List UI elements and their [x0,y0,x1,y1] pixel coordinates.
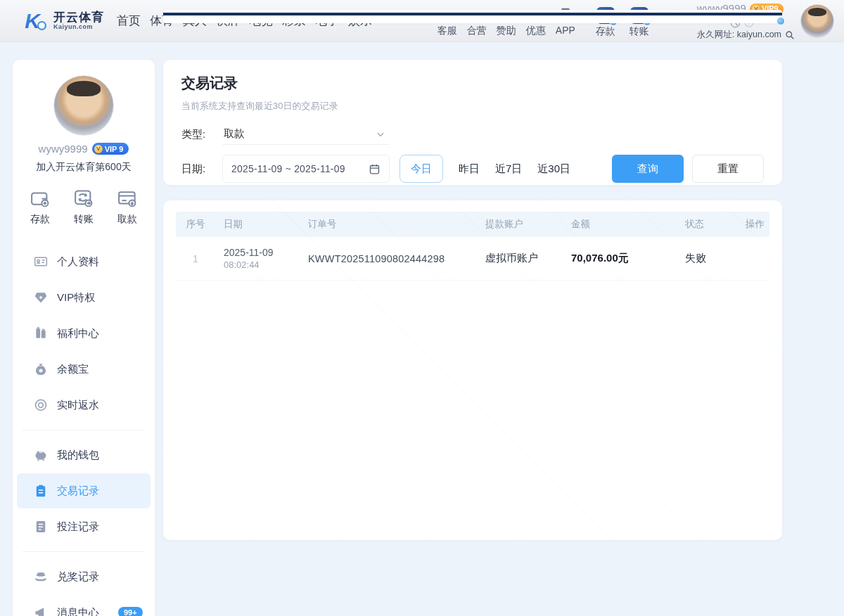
type-value: 取款 [224,127,245,141]
records-table-card: 序号 日期 订单号 提款账户 金额 状态 操作 1 2025-11-09 08:… [163,200,782,540]
welfare-gift-icon [34,326,48,340]
sidebar-quick-actions: 存款 转账 取款 [13,188,155,226]
sidebar-item-bets[interactable]: 投注记录 [13,509,155,544]
range-today-button[interactable]: 今日 [399,155,443,183]
sidebar-item-yuebao[interactable]: 余额宝 [13,352,155,387]
type-select[interactable]: 取款 [222,124,390,145]
col-order-no: 订单号 [300,218,477,231]
table-row[interactable]: 1 2025-11-09 08:02:44 KWWT20251109080244… [176,237,769,281]
message-count-badge: 99+ [118,607,143,616]
transfer-outline-icon [73,188,94,209]
join-days-text: 加入开云体育第600天 [13,161,155,174]
rebate-target-icon [34,398,48,412]
col-action: 操作 [737,218,769,231]
page-title: 交易记录 [181,74,764,93]
cell-order-no: KWWT202511090802444298 [300,253,477,264]
magnifier-icon[interactable] [785,30,795,40]
type-label: 类型: [181,128,222,141]
menu-divider [23,430,145,430]
id-card-icon [34,255,48,269]
cell-amount: 70,076.00元 [563,252,677,265]
withdraw-button[interactable]: 取款 [658,7,689,38]
nav-item-home[interactable]: 首页 [117,13,141,29]
filters-card: 交易记录 当前系统支持查询最近30日的交易记录 类型: 取款 日期: 2025-… [163,60,782,185]
cell-date: 2025-11-09 08:02:44 [215,247,300,270]
range-30days-button[interactable]: 近30日 [537,162,570,176]
date-range-input[interactable]: 2025-11-09 ~ 2025-11-09 [222,155,390,183]
calendar-icon [369,163,381,175]
soccer-ball-icon [37,21,46,30]
sidebar-item-vip[interactable]: VIP特权 [13,280,155,315]
money-bag-icon [34,362,48,376]
page-subtitle: 当前系统支持查询最近30日的交易记录 [181,100,764,113]
range-7days-button[interactable]: 近7日 [495,162,522,176]
sidebar-item-welfare[interactable]: 福利中心 [13,316,155,351]
sidebar-item-messages[interactable]: 消息中心 99+ [13,595,155,616]
date-range-value: 2025-11-09 ~ 2025-11-09 [231,163,345,174]
col-status: 状态 [677,218,737,231]
sidebar-avatar[interactable] [53,75,114,136]
vip-badge-sidebar: V VIP 9 [92,143,129,155]
reset-button[interactable]: 重置 [692,155,764,183]
brand-logo[interactable]: K 开云体育 Kaiyun.com [17,8,104,34]
sidebar-item-transactions[interactable]: 交易记录 [17,473,151,508]
sidebar-item-rebate[interactable]: 实时返水 [13,387,155,423]
cell-index: 1 [176,253,215,264]
table-header: 序号 日期 订单号 提款账户 金额 状态 操作 [176,212,769,237]
menu-divider [23,551,145,552]
top-bar: K 开云体育 Kaiyun.com 首页 体育 真人 棋牌 电竞 彩票 电子 娱… [0,0,844,42]
cell-status: 失败 [677,252,737,265]
megaphone-icon [34,605,48,616]
col-amount: 金额 [563,218,677,231]
withdraw-icon [163,10,782,23]
col-account: 提款账户 [477,218,563,231]
sidebar-item-profile[interactable]: 个人资料 [13,244,155,279]
brand-name: 开云体育 [53,11,104,24]
chevron-down-icon [376,129,385,139]
wallet-shortcuts: 存款 转账 取款 [590,7,689,38]
piggy-bank-icon [34,448,48,462]
wallet-outline-icon [30,188,51,209]
date-quick-ranges: 今日 昨日 近7日 近30日 [399,155,570,183]
col-date: 日期 [215,218,300,231]
sidebar-username: wywy9999 [39,143,88,155]
card-outline-icon [117,188,138,209]
avatar[interactable] [800,4,834,38]
sidebar-item-rewards[interactable]: 兑奖记录 [13,559,155,594]
range-yesterday-button[interactable]: 昨日 [459,162,480,176]
sidebar-withdraw-button[interactable]: 取款 [117,188,138,226]
vip-shield-icon: V [94,145,103,153]
col-index: 序号 [176,218,215,231]
sidebar: wywy9999 V VIP 9 加入开云体育第600天 存款 转账 [13,60,155,616]
sidebar-deposit-button[interactable]: 存款 [30,188,51,226]
coins-icon [34,570,48,584]
gem-icon [34,290,48,304]
query-button[interactable]: 查询 [612,155,684,183]
sidebar-transfer-button[interactable]: 转账 [73,188,94,226]
page-background: wywy9999 V VIP 9 加入开云体育第600天 存款 转账 [0,42,844,616]
clipboard-icon [34,484,48,498]
logo-k-icon: K [17,8,48,34]
document-icon [34,520,48,534]
sidebar-menu: 个人资料 VIP特权 福利中心 余额宝 [13,244,155,616]
permanent-url: 永久网址: kaiyun.com [697,30,781,41]
date-label: 日期: [181,162,222,176]
brand-domain: Kaiyun.com [53,24,104,30]
sidebar-item-wallet[interactable]: 我的钱包 [13,437,155,473]
cell-account: 虚拟币账户 [477,252,563,265]
